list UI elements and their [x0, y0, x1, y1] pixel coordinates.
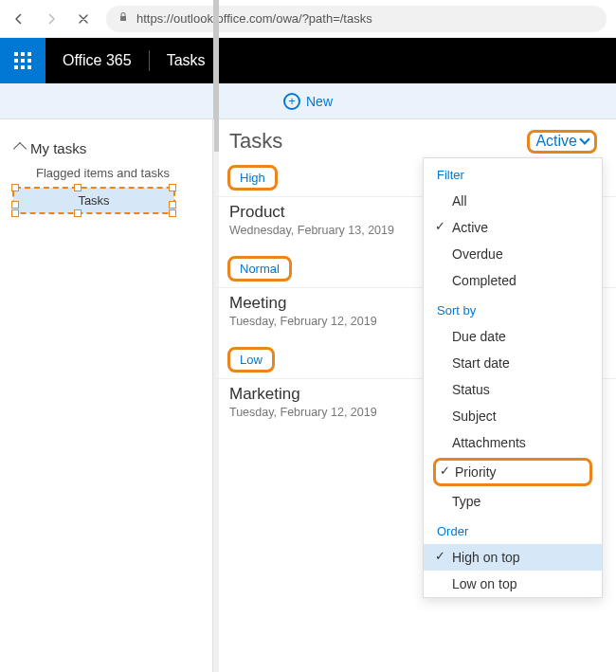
selection-handle — [11, 209, 19, 217]
filter-dropdown-button[interactable]: Active — [527, 130, 597, 154]
list-header: Tasks Active — [214, 119, 616, 157]
svg-rect-7 — [21, 65, 25, 69]
filter-option-completed[interactable]: Completed — [424, 267, 602, 294]
svg-rect-1 — [21, 52, 25, 56]
svg-rect-6 — [14, 65, 18, 69]
filter-option-overdue[interactable]: Overdue — [424, 241, 602, 267]
suite-app-name: Tasks — [150, 52, 223, 69]
sidebar-item-flagged[interactable]: Flagged items and tasks — [9, 160, 205, 186]
dropdown-section-sort: Sort by — [424, 294, 602, 323]
filter-option-active[interactable]: Active — [424, 214, 602, 241]
selection-handle — [169, 209, 176, 217]
svg-rect-8 — [27, 65, 31, 69]
lock-icon — [118, 11, 129, 26]
main-area: My tasks Flagged items and tasks Tasks T… — [0, 119, 616, 672]
sort-option-attachments[interactable]: Attachments — [424, 429, 602, 456]
stop-button[interactable] — [74, 9, 93, 28]
sidebar-header-label: My tasks — [30, 140, 86, 156]
svg-rect-5 — [27, 59, 31, 63]
dropdown-section-order: Order — [424, 515, 602, 544]
chevron-up-icon — [13, 141, 27, 154]
svg-rect-2 — [27, 52, 31, 56]
suite-brand[interactable]: Office 365 — [45, 50, 150, 71]
new-label: New — [306, 94, 333, 109]
filter-label: Active — [535, 133, 577, 150]
task-list-pane: Tasks Active High Product Wednesday, Feb… — [213, 119, 616, 672]
app-launcher-button[interactable] — [0, 38, 45, 83]
group-normal[interactable]: Normal — [227, 256, 292, 282]
filter-dropdown-panel: Filter All Active Overdue Completed Sort… — [423, 157, 603, 598]
sidebar-item-label: Tasks — [78, 193, 109, 208]
browser-toolbar: https://outlook.office.com/owa/?path=/ta… — [0, 0, 616, 38]
forward-button[interactable] — [42, 9, 61, 28]
order-option-highontop[interactable]: High on top — [424, 544, 602, 571]
svg-rect-4 — [21, 59, 25, 63]
sidebar-item-tasks-wrap: Tasks — [9, 188, 205, 213]
sort-option-status[interactable]: Status — [424, 376, 602, 403]
dropdown-section-filter: Filter — [424, 158, 602, 188]
sort-option-duedate[interactable]: Due date — [424, 323, 602, 350]
order-option-lowontop[interactable]: Low on top — [424, 571, 602, 597]
selection-handle — [74, 209, 82, 217]
selection-handle — [169, 201, 176, 209]
address-bar[interactable]: https://outlook.office.com/owa/?path=/ta… — [106, 6, 607, 32]
new-task-button[interactable]: + New — [0, 83, 616, 119]
selection-handle — [169, 184, 176, 191]
group-high[interactable]: High — [227, 165, 278, 191]
suite-header: Office 365 Tasks — [0, 38, 616, 83]
selection-handle — [74, 184, 82, 191]
selection-handle — [11, 184, 19, 191]
sidebar-item-label: Flagged items and tasks — [36, 166, 170, 180]
sidebar-item-tasks[interactable]: Tasks — [13, 188, 174, 213]
svg-rect-0 — [14, 52, 18, 56]
chevron-down-icon — [579, 134, 589, 144]
list-title: Tasks — [229, 129, 282, 154]
sort-option-priority[interactable]: Priority — [433, 458, 592, 486]
selection-handle — [11, 201, 19, 209]
sort-option-startdate[interactable]: Start date — [424, 350, 602, 376]
svg-rect-3 — [14, 59, 18, 63]
url-text: https://outlook.office.com/owa/?path=/ta… — [136, 11, 372, 26]
filter-option-all[interactable]: All — [424, 188, 602, 214]
sidebar-header[interactable]: My tasks — [9, 136, 205, 160]
back-button[interactable] — [9, 9, 28, 28]
plus-icon: + — [283, 93, 300, 110]
group-low[interactable]: Low — [227, 347, 275, 372]
sort-option-subject[interactable]: Subject — [424, 403, 602, 429]
sort-option-type[interactable]: Type — [424, 488, 602, 515]
sidebar: My tasks Flagged items and tasks Tasks — [0, 119, 213, 672]
